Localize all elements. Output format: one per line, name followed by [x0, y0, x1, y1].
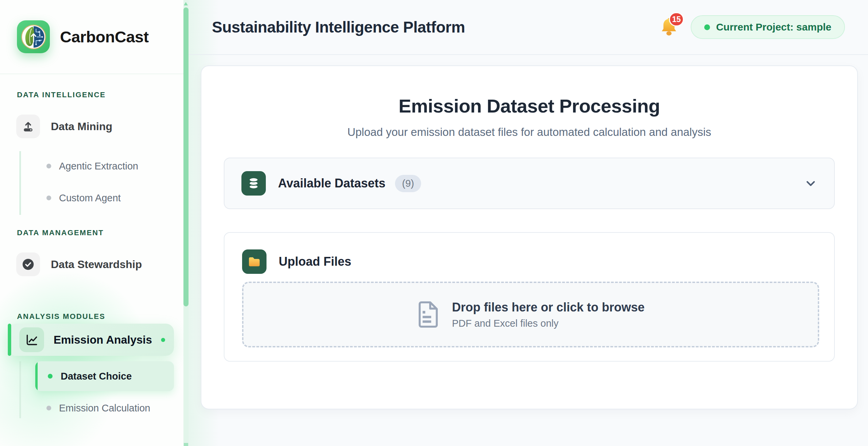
- available-datasets-toggle[interactable]: Available Datasets (9): [224, 158, 835, 209]
- dropzone-subtitle: PDF and Excel files only: [452, 318, 645, 329]
- file-dropzone[interactable]: Drop files here or click to browse PDF a…: [242, 282, 819, 347]
- sidebar-subitem-emission-calculation[interactable]: Emission Calculation: [21, 398, 189, 418]
- sidebar-item-data-mining[interactable]: Data Mining: [16, 115, 189, 138]
- notification-badge: 15: [669, 12, 684, 26]
- sidebar-nav: DATA INTELLIGENCE Data Mining Ag: [0, 90, 189, 418]
- content-subtitle: Upload your emission dataset files for a…: [224, 126, 835, 139]
- sidebar-item-data-stewardship[interactable]: Data Stewardship: [16, 252, 189, 276]
- bullet-dot-icon: [46, 406, 51, 410]
- status-dot-icon: [704, 24, 710, 30]
- active-indicator-dot-icon: [161, 338, 165, 342]
- bullet-dot-icon: [48, 374, 53, 379]
- current-project-badge[interactable]: Current Project: sample: [691, 15, 845, 39]
- upload-tray-icon: [16, 115, 40, 138]
- app-logo[interactable]: CarbonCast: [0, 0, 189, 74]
- subitem-label: Emission Calculation: [59, 403, 150, 414]
- header-actions: 15 Current Project: sample: [659, 15, 845, 39]
- sidebar-section-analysis-modules: ANALYSIS MODULES: [17, 312, 189, 321]
- subitem-label: Custom Agent: [59, 192, 121, 204]
- upload-files-header: Upload Files: [242, 249, 819, 274]
- emission-analysis-subitems: Dataset Choice Emission Calculation: [19, 361, 189, 418]
- database-icon: [241, 171, 266, 196]
- chevron-down-icon[interactable]: [804, 177, 817, 190]
- upload-files-label: Upload Files: [279, 255, 351, 269]
- bullet-dot-icon: [46, 196, 51, 200]
- subitem-label: Agentic Extraction: [59, 161, 138, 172]
- app-logo-icon: [17, 20, 50, 53]
- sidebar-section-data-intelligence: DATA INTELLIGENCE: [17, 90, 189, 99]
- main-column: Sustainability Intelligence Platform 15: [189, 0, 868, 446]
- subitem-label: Dataset Choice: [61, 371, 132, 382]
- app-root: CarbonCast DATA INTELLIGENCE Data Mining: [0, 0, 868, 446]
- dropzone-title: Drop files here or click to browse: [452, 300, 645, 315]
- sidebar-subitem-custom-agent[interactable]: Custom Agent: [21, 188, 189, 208]
- app-title: CarbonCast: [60, 27, 149, 46]
- scroll-up-arrow-icon[interactable]: [184, 2, 188, 5]
- upload-files-section: Upload Files Dr: [224, 232, 835, 362]
- leaf-circuit-emblem-icon: [20, 24, 47, 50]
- sidebar-scrollbar[interactable]: [183, 0, 189, 446]
- bullet-dot-icon: [46, 164, 51, 168]
- sidebar-item-emission-analysis[interactable]: Emission Analysis: [8, 324, 174, 356]
- scroll-down-arrow-icon[interactable]: [184, 443, 188, 446]
- sidebar-subitem-dataset-choice[interactable]: Dataset Choice: [35, 361, 174, 391]
- sidebar-scrollbar-thumb[interactable]: [183, 7, 189, 306]
- data-mining-subitems: Agentic Extraction Custom Agent: [19, 151, 189, 215]
- content-title: Emission Dataset Processing: [224, 95, 835, 117]
- dropzone-text: Drop files here or click to browse PDF a…: [452, 300, 645, 329]
- page-title: Sustainability Intelligence Platform: [212, 18, 465, 36]
- notifications-button[interactable]: 15: [659, 17, 678, 37]
- main-card: Emission Dataset Processing Upload your …: [201, 65, 858, 409]
- sidebar-subitem-agentic-extraction[interactable]: Agentic Extraction: [21, 156, 189, 176]
- sidebar-item-label: Data Stewardship: [51, 258, 142, 271]
- check-circle-icon: [16, 252, 40, 276]
- sidebar-item-label: Data Mining: [51, 120, 112, 133]
- sidebar-section-data-management: DATA MANAGEMENT: [17, 228, 189, 237]
- document-icon: [417, 301, 439, 328]
- folder-icon: [242, 249, 267, 274]
- current-project-label: Current Project: sample: [716, 21, 831, 33]
- chart-line-icon: [19, 327, 44, 352]
- datasets-section-label: Available Datasets: [278, 176, 386, 190]
- sidebar: CarbonCast DATA INTELLIGENCE Data Mining: [0, 0, 189, 446]
- content-area: Emission Dataset Processing Upload your …: [189, 55, 868, 409]
- datasets-count-badge: (9): [395, 175, 421, 192]
- sidebar-item-label: Emission Analysis: [54, 333, 152, 346]
- top-header: Sustainability Intelligence Platform 15: [189, 0, 868, 55]
